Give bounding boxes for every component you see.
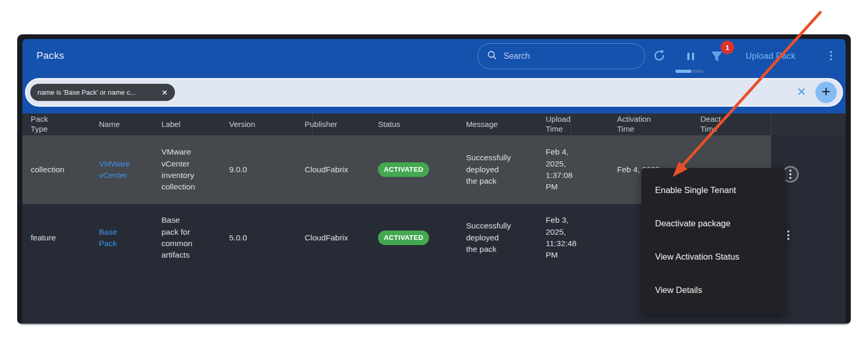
clear-filters-icon[interactable]: ✕	[797, 85, 806, 99]
search-icon	[487, 50, 497, 62]
search-input[interactable]	[502, 51, 624, 61]
cell-upload-time: Feb 3, 2025, 11:32:48 PM	[546, 214, 580, 261]
pause-icon	[692, 53, 694, 60]
status-badge: ACTIVATED	[378, 231, 429, 246]
cell-publisher: CloudFabrix	[296, 164, 370, 175]
header-bar: Packs	[22, 39, 846, 113]
column-header-status[interactable]: Status	[370, 120, 458, 130]
filter-button[interactable]	[710, 49, 724, 66]
column-header-pack-type[interactable]: Pack Type	[22, 114, 91, 134]
menu-item-enable-single-tenant[interactable]: Enable Single Tenant	[641, 173, 785, 207]
column-header-upload-time[interactable]: Upload Time	[537, 114, 609, 134]
column-header-activation-time[interactable]: Activation Time	[609, 114, 692, 134]
column-header-message[interactable]: Message	[458, 120, 537, 130]
kebab-icon	[830, 51, 832, 60]
cell-version: 9.0.0	[221, 164, 296, 175]
status-badge: ACTIVATED	[378, 162, 429, 177]
chip-close-icon[interactable]: ✕	[161, 88, 168, 97]
column-group-divider	[312, 113, 313, 135]
cell-publisher: CloudFabrix	[296, 232, 370, 244]
menu-item-view-details[interactable]: View Details	[641, 273, 785, 306]
column-header-label[interactable]: Label	[153, 120, 221, 130]
add-filter-button[interactable]: +	[815, 82, 837, 103]
column-header-name[interactable]: Name	[91, 120, 153, 130]
cell-upload-time: Feb 4, 2025, 1:37:08 PM	[546, 146, 580, 193]
column-header-deact-time[interactable]: Deact Time	[692, 114, 771, 134]
packs-panel: Packs	[22, 39, 846, 324]
kebab-icon	[787, 231, 789, 240]
cell-message: Successfully deployed the pack	[466, 152, 512, 187]
filter-chip[interactable]: name is 'Base Pack' or name c... ✕	[30, 84, 175, 101]
app-window: Packs	[17, 34, 851, 325]
row-context-menu: Enable Single Tenant Deactivate package …	[641, 168, 785, 314]
table-header-row: Pack Type Name Label Version Publisher S…	[22, 113, 846, 135]
pause-icon	[687, 53, 689, 60]
column-group-divider	[571, 113, 571, 135]
filter-pill-bar: name is 'Base Pack' or name c... ✕ ✕ +	[25, 78, 843, 107]
menu-item-view-activation-status[interactable]: View Activation Status	[641, 240, 785, 273]
header-more-menu-button[interactable]	[830, 51, 832, 60]
row-actions-button[interactable]	[787, 231, 789, 240]
cell-label: VMware vCenter inventory collection	[161, 146, 194, 193]
filter-chip-label: name is 'Base Pack' or name c...	[37, 88, 136, 96]
page-title: Packs	[36, 50, 64, 61]
kebab-icon	[789, 170, 791, 179]
cell-label: Base pack for common artifacts	[161, 214, 194, 261]
cell-version: 5.0.0	[221, 232, 296, 244]
column-header-version[interactable]: Version	[221, 120, 296, 130]
cell-pack-type: collection	[22, 164, 91, 175]
column-header-publisher[interactable]: Publisher	[296, 120, 370, 130]
pack-name-link[interactable]: Base Pack	[99, 226, 132, 250]
menu-item-deactivate-package[interactable]: Deactivate package	[641, 207, 785, 240]
pause-live-updates-button[interactable]	[687, 53, 694, 60]
pause-indicator-bar	[675, 70, 703, 73]
pack-name-link[interactable]: VMWare vCenter	[99, 158, 132, 182]
refresh-button[interactable]	[651, 48, 667, 66]
cell-pack-type: feature	[22, 232, 91, 244]
cell-message: Successfully deployed the pack	[466, 220, 512, 255]
filter-count-badge: 1	[721, 41, 734, 54]
search-box[interactable]	[477, 43, 645, 69]
upload-pack-button[interactable]: Upload Pack	[746, 51, 796, 61]
